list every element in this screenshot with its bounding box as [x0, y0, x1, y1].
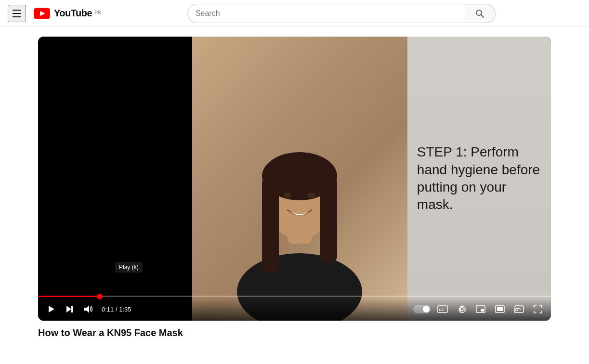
person-silhouette	[232, 90, 367, 321]
progress-bar-filled	[38, 296, 100, 297]
header: YouTube PK	[0, 0, 589, 27]
controls-bar: 0:11 / 1:35 CC	[38, 298, 551, 321]
svg-point-10	[284, 193, 291, 198]
header-center	[102, 4, 581, 23]
svg-marker-12	[49, 306, 54, 312]
cast-button[interactable]	[511, 302, 527, 316]
svg-rect-23	[515, 306, 524, 312]
autoplay-toggle-area[interactable]	[413, 305, 431, 313]
svg-marker-13	[66, 306, 71, 312]
svg-rect-8	[262, 176, 279, 273]
youtube-logo	[34, 8, 50, 19]
fullscreen-icon	[534, 305, 542, 313]
next-button[interactable]	[62, 302, 77, 316]
search-button[interactable]	[465, 4, 496, 23]
svg-line-3	[481, 14, 484, 17]
youtube-region: PK	[94, 10, 102, 15]
video-title: How to Wear a KN95 Face Mask	[38, 326, 551, 339]
autoplay-toggle[interactable]	[413, 305, 431, 313]
svg-rect-9	[320, 176, 337, 263]
volume-button[interactable]	[80, 302, 96, 316]
video-player[interactable]: STEP 1: Perform hand hygiene before putt…	[38, 37, 551, 321]
volume-icon	[83, 305, 93, 313]
fullscreen-button[interactable]	[531, 302, 545, 316]
svg-text:CC: CC	[439, 308, 445, 312]
settings-button[interactable]	[455, 302, 469, 316]
youtube-icon	[34, 8, 50, 19]
video-left-letterbox	[38, 37, 192, 321]
settings-icon	[458, 305, 466, 313]
search-input[interactable]	[187, 4, 465, 23]
play-icon	[47, 305, 55, 313]
video-info: How to Wear a KN95 Face Mask	[38, 321, 551, 339]
video-thumbnail: STEP 1: Perform hand hygiene before putt…	[38, 37, 551, 321]
header-left: YouTube PK	[8, 5, 102, 22]
miniplayer-icon	[476, 305, 485, 313]
svg-marker-15	[84, 305, 89, 313]
progress-bar-track[interactable]	[38, 296, 551, 297]
youtube-text: YouTube	[54, 8, 92, 19]
svg-rect-14	[71, 306, 73, 312]
search-bar	[187, 4, 496, 23]
theater-button[interactable]	[492, 302, 508, 316]
cast-icon	[514, 305, 524, 313]
next-icon	[65, 305, 74, 313]
miniplayer-button[interactable]	[473, 302, 488, 316]
time-display: 0:11 / 1:35	[102, 306, 131, 313]
logo-area[interactable]: YouTube PK	[34, 8, 102, 19]
subtitles-button[interactable]: CC	[434, 302, 451, 316]
main-content: STEP 1: Perform hand hygiene before putt…	[0, 27, 589, 339]
svg-point-11	[308, 193, 315, 198]
subtitles-icon: CC	[437, 305, 448, 313]
theater-icon	[495, 305, 505, 313]
play-button[interactable]	[44, 302, 58, 316]
autoplay-dot	[423, 306, 430, 312]
video-center-content	[192, 37, 407, 321]
svg-rect-22	[497, 307, 503, 311]
menu-button[interactable]	[8, 5, 26, 22]
step-instruction-text: STEP 1: Perform hand hygiene before putt…	[417, 143, 541, 214]
video-step-panel: STEP 1: Perform hand hygiene before putt…	[407, 37, 551, 321]
search-icon	[475, 9, 484, 18]
video-frame: STEP 1: Perform hand hygiene before putt…	[38, 37, 551, 321]
svg-rect-20	[481, 309, 484, 312]
